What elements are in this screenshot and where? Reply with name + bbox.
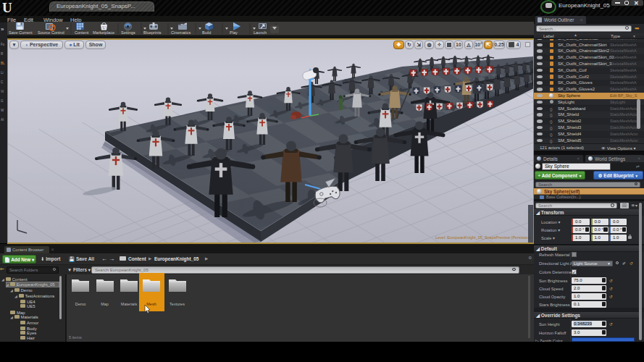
svg-text:U: U	[102, 25, 106, 30]
svg-text:Level: EuropeanKnight_05_Snaps: Level: EuropeanKnight_05_SnapsPreview (P…	[435, 235, 532, 240]
